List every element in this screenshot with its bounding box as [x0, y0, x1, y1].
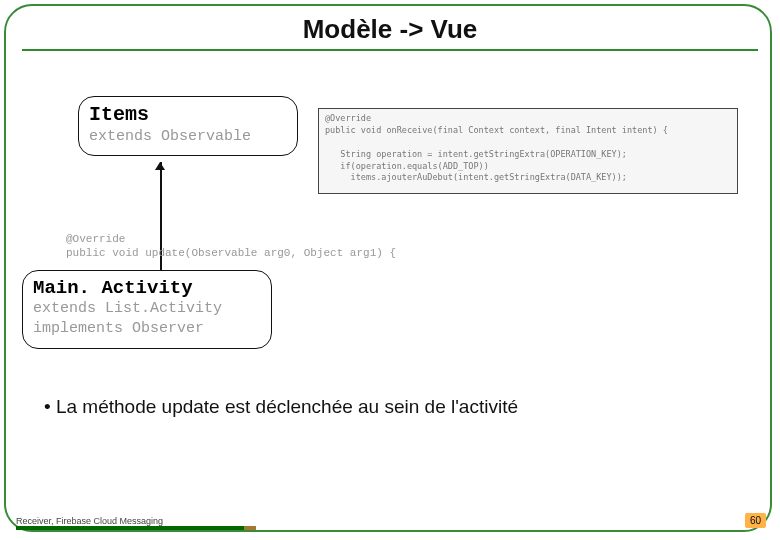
mainactivity-class-box: Main. Activity extends List.Activity imp… — [22, 270, 272, 349]
footer-bar-accent — [244, 526, 256, 530]
slide-border — [4, 4, 772, 532]
bullet-note: • La méthode update est déclenchée au se… — [44, 396, 518, 418]
page-number: 60 — [745, 513, 766, 528]
items-class-name: Items — [89, 103, 287, 126]
footer-text: Receiver, Firebase Cloud Messaging — [16, 516, 163, 526]
footer-bar-green — [16, 526, 244, 530]
mainactivity-extends: extends List.Activity — [33, 299, 261, 319]
mainactivity-class-name: Main. Activity — [33, 277, 261, 299]
mainactivity-implements: implements Observer — [33, 319, 261, 339]
items-class-extends: extends Observable — [89, 128, 287, 145]
code-update-snippet: @Override public void update(Observable … — [66, 232, 396, 261]
items-class-box: Items extends Observable — [78, 96, 298, 156]
code-onreceive-box: @Override public void onReceive(final Co… — [318, 108, 738, 194]
arrowhead-up-icon — [155, 162, 165, 170]
